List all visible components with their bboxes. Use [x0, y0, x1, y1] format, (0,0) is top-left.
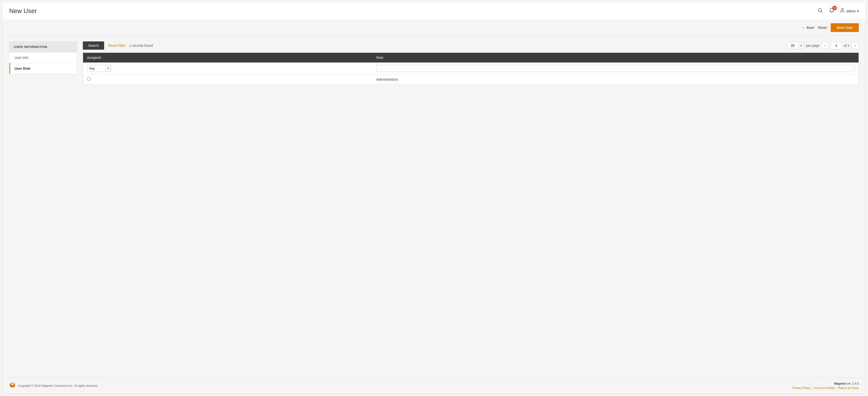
footer-separator-1: |: [812, 386, 813, 390]
filter-assigned-chevron-icon: ▾: [105, 65, 111, 71]
row-assigned-cell: [83, 74, 372, 84]
notification-button[interactable]: 39: [828, 7, 835, 15]
filter-role-input[interactable]: [376, 65, 855, 72]
footer-copyright: Copyright © 2024 Magento Commerce Inc. A…: [9, 382, 98, 390]
copyright-text: Copyright © 2024 Magento Commerce Inc. A…: [18, 384, 98, 388]
footer-right: Magento ver. 2.4.0 Privacy Policy | Acco…: [793, 382, 859, 390]
sidebar-item-user-role[interactable]: User Role: [9, 63, 77, 74]
data-grid: Assigned Role Any: [83, 53, 859, 84]
svg-point-2: [841, 8, 843, 10]
save-user-button[interactable]: Save User: [831, 23, 859, 32]
page-title: New User: [9, 7, 37, 15]
search-button[interactable]: Search: [83, 41, 104, 50]
footer-links: Privacy Policy | Account Activity | Repo…: [793, 386, 859, 390]
privacy-policy-link[interactable]: Privacy Policy: [793, 386, 811, 390]
back-arrow-icon: ←: [802, 26, 805, 30]
sidebar-section: USER INFORMATION User Info User Role: [9, 41, 77, 74]
row-role-cell: Administrators: [372, 74, 859, 84]
version-number: ver. 2.4.0: [847, 382, 859, 385]
col-role: Role: [372, 53, 859, 63]
main-content: Search Reset Filter 1 records found ▾ pe…: [83, 41, 859, 372]
records-found: 1 records found: [129, 43, 783, 48]
magento-logo-icon: [9, 382, 16, 390]
user-name-label: admin: [846, 9, 856, 13]
page-footer: Copyright © 2024 Magento Commerce Inc. A…: [2, 378, 866, 394]
sidebar: USER INFORMATION User Info User Role: [9, 41, 77, 372]
col-assigned: Assigned: [83, 53, 372, 63]
per-page-label: per page: [806, 43, 819, 48]
reset-filter-button[interactable]: Reset Filter: [108, 43, 125, 48]
per-page-wrapper: ▾: [787, 42, 804, 49]
footer-version: Magento ver. 2.4.0: [793, 382, 859, 385]
pagination-current-input[interactable]: [831, 42, 842, 49]
pagination-controls: ▾ per page ‹ of 1 ›: [787, 42, 859, 49]
filter-role-cell: [372, 62, 859, 74]
report-issue-link[interactable]: Report an Issue: [838, 386, 859, 390]
per-page-dropdown-button[interactable]: ▾: [798, 42, 804, 49]
grid-toolbar: Search Reset Filter 1 records found ▾ pe…: [83, 41, 859, 53]
svg-point-0: [818, 9, 822, 12]
sidebar-section-title: USER INFORMATION: [9, 42, 77, 52]
filter-row: Any Yes No ▾: [83, 62, 859, 74]
filter-assigned-wrapper: Any Yes No ▾: [87, 65, 111, 72]
svg-line-1: [821, 11, 822, 12]
footer-separator-2: |: [836, 386, 837, 390]
pagination-of-label: of 1: [844, 43, 849, 48]
filter-assigned-cell: Any Yes No ▾: [83, 62, 372, 74]
back-button[interactable]: ← Back: [802, 26, 814, 30]
header-search-button[interactable]: [816, 7, 824, 15]
sidebar-item-user-info[interactable]: User Info: [9, 52, 77, 63]
pagination-next-button[interactable]: ›: [851, 42, 859, 49]
page-header: New User 39: [2, 2, 866, 20]
back-label: Back: [807, 26, 814, 30]
reset-button[interactable]: Reset: [818, 26, 827, 30]
table-header-row: Assigned Role: [83, 53, 859, 63]
user-menu-button[interactable]: admin ▾: [840, 8, 859, 14]
user-menu-chevron-icon: ▾: [857, 9, 859, 13]
notification-badge: 39: [832, 6, 837, 10]
content-area: USER INFORMATION User Info User Role Sea…: [2, 36, 866, 378]
header-actions: 39 admin ▾: [816, 7, 859, 15]
magento-brand: Magento: [834, 382, 846, 385]
filter-assigned-select[interactable]: Any Yes No: [87, 65, 105, 72]
page-toolbar: ← Back Reset Save User: [2, 20, 866, 36]
table-row: Administrators: [83, 74, 859, 84]
pagination-prev-button[interactable]: ‹: [821, 42, 829, 49]
account-activity-link[interactable]: Account Activity: [814, 386, 835, 390]
user-avatar-icon: [840, 8, 845, 14]
per-page-input[interactable]: [787, 42, 798, 49]
row-assigned-radio[interactable]: [87, 77, 91, 81]
